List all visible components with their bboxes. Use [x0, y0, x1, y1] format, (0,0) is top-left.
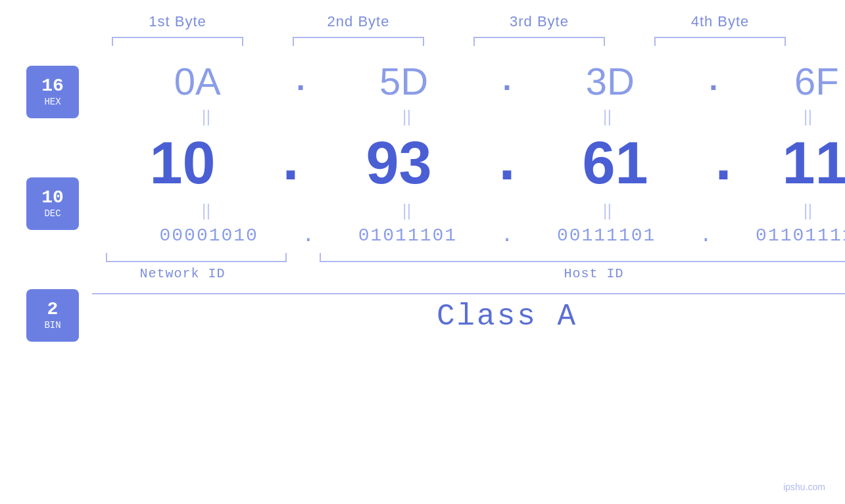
bin-cell-2: 01011101 — [317, 225, 498, 246]
dec-badge: 10 DEC — [26, 177, 79, 230]
eq-1-3: || — [517, 106, 698, 127]
hex-badge-num: 16 — [41, 77, 64, 95]
bin-cell-4: 01101111 — [715, 225, 845, 246]
bracket-line-3 — [473, 37, 605, 46]
dot-sep-hex-3: . — [704, 66, 723, 97]
eq-1-4: || — [717, 106, 845, 127]
dot-sep-bin-3: . — [700, 223, 712, 248]
bin-badge-base: BIN — [44, 320, 60, 331]
hex-cell-1: 0A — [107, 59, 288, 103]
eq-2-1: || — [116, 200, 297, 221]
hex-value-3: 3D — [586, 59, 635, 103]
equals-row-2: || || || || — [92, 197, 845, 223]
dec-value-3: 61 — [582, 129, 648, 197]
bracket-1 — [87, 37, 268, 46]
main-container: 1st Byte 2nd Byte 3rd Byte 4th Byte 16 H… — [0, 0, 845, 504]
bracket-line-1 — [112, 37, 243, 46]
hex-row: 0A . 5D . 3D . 6F — [92, 59, 845, 103]
bracket-2 — [268, 37, 449, 46]
hex-value-2: 5D — [379, 59, 428, 103]
top-brackets — [53, 37, 845, 46]
eq-2-4: || — [717, 200, 845, 221]
class-label: Class A — [92, 300, 845, 334]
byte-header-2: 2nd Byte — [268, 13, 449, 30]
data-rows: 0A . 5D . 3D . 6F || || — [92, 59, 845, 334]
labels-column: 16 HEX 10 DEC 2 BIN — [26, 59, 79, 342]
bracket-gap-1 — [300, 253, 320, 262]
dec-value-1: 10 — [149, 129, 215, 197]
dec-value-2: 93 — [366, 129, 431, 197]
hex-cell-4: 6F — [726, 59, 845, 103]
hex-cell-3: 3D — [519, 59, 700, 103]
bin-row: 00001010 . 01011101 . 00111101 . 0110111… — [92, 223, 845, 248]
eq-2-2: || — [316, 200, 497, 221]
label-gap — [273, 266, 293, 281]
eq-1-2: || — [316, 106, 497, 127]
dec-cell-3: 61 — [525, 129, 706, 197]
dot-sep-dec-3: . — [706, 130, 741, 197]
dot-sep-bin-2: . — [500, 223, 513, 248]
byte-header-3: 3rd Byte — [449, 13, 630, 30]
bin-value-4: 01101111 — [756, 225, 845, 246]
hex-badge: 16 HEX — [26, 66, 79, 118]
hex-value-1: 0A — [174, 59, 221, 103]
hex-cell-2: 5D — [314, 59, 495, 103]
bracket-line-2 — [293, 37, 424, 46]
bracket-3 — [449, 37, 630, 46]
equals-row-1: || || || || — [92, 103, 845, 129]
eq-1-1: || — [116, 106, 297, 127]
host-bracket — [320, 253, 845, 262]
bin-cell-1: 00001010 — [118, 225, 299, 246]
dec-badge-base: DEC — [44, 208, 60, 219]
network-id-label: Network ID — [92, 266, 273, 281]
dec-cell-2: 93 — [308, 129, 489, 197]
bin-badge-num: 2 — [47, 300, 59, 319]
bin-value-2: 01011101 — [358, 225, 457, 246]
bottom-brackets — [92, 253, 845, 262]
bin-cell-3: 00111101 — [516, 225, 697, 246]
dot-sep-hex-1: . — [291, 66, 310, 97]
dot-sep-dec-1: . — [273, 130, 308, 197]
hex-value-4: 6F — [794, 59, 839, 103]
hex-badge-base: HEX — [44, 97, 60, 107]
byte-headers: 1st Byte 2nd Byte 3rd Byte 4th Byte — [53, 13, 845, 30]
dec-row: 10 . 93 . 61 . 111 — [92, 129, 845, 197]
dot-sep-hex-2: . — [498, 66, 517, 97]
dot-sep-bin-1: . — [302, 223, 314, 248]
host-id-label: Host ID — [293, 266, 845, 281]
class-section: Class A — [92, 293, 845, 334]
bin-value-3: 00111101 — [557, 225, 656, 246]
bracket-line-4 — [654, 37, 786, 46]
dot-sep-dec-2: . — [489, 130, 525, 197]
byte-header-4: 4th Byte — [630, 13, 811, 30]
dec-badge-num: 10 — [41, 189, 64, 207]
bracket-4 — [630, 37, 811, 46]
byte-header-1: 1st Byte — [87, 13, 268, 30]
dec-value-4: 111 — [782, 129, 845, 197]
class-bracket-line — [92, 293, 845, 294]
bottom-labels: Network ID Host ID — [92, 266, 845, 281]
network-bracket — [106, 253, 287, 262]
watermark: ipshu.com — [783, 482, 825, 492]
bin-badge: 2 BIN — [26, 289, 79, 342]
dec-cell-1: 10 — [92, 129, 273, 197]
dec-cell-4: 111 — [741, 129, 845, 197]
bin-value-1: 00001010 — [160, 225, 258, 246]
eq-2-3: || — [517, 200, 698, 221]
